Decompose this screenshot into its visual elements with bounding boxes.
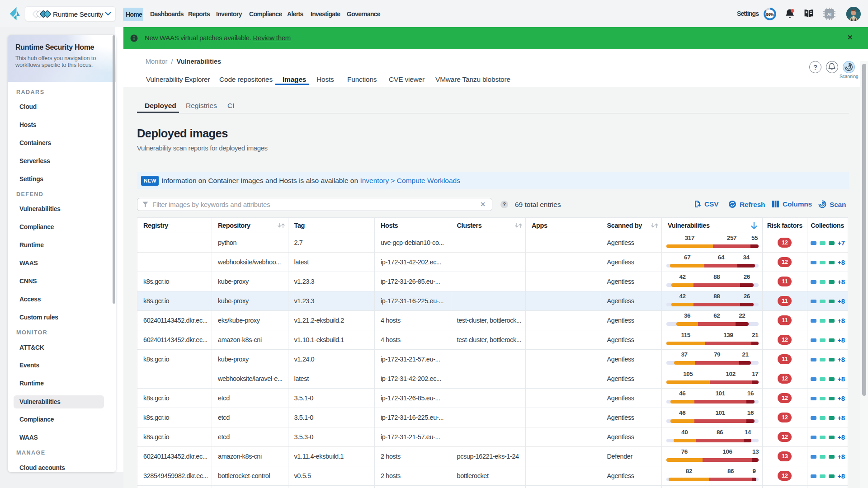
svg-text:AI: AI bbox=[827, 12, 832, 17]
